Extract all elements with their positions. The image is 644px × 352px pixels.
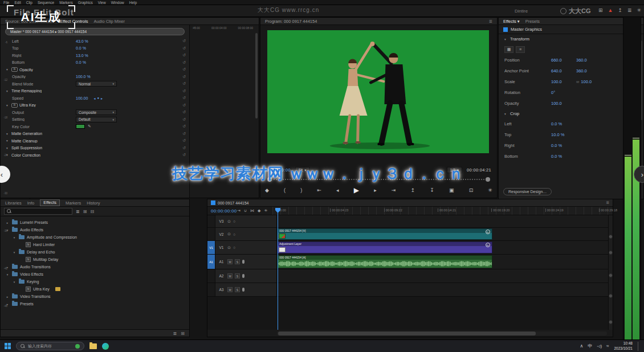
network-icon[interactable]: ≈ — [606, 343, 609, 349]
effect-property-row[interactable]: Bottom0.0 %↺ — [1, 59, 189, 67]
reset-icon[interactable]: ↺ — [182, 46, 186, 51]
mute-button[interactable]: M — [227, 259, 233, 264]
source-patch[interactable]: V1 — [207, 241, 215, 254]
panel-menu-icon[interactable]: ≣ — [489, 19, 492, 24]
comparison-view-icon[interactable]: ⊡ — [469, 187, 474, 193]
track-lane[interactable]: 000 0917 444154 [A] — [277, 255, 608, 269]
twirl-icon[interactable]: ▾ — [504, 38, 510, 41]
source-patch[interactable] — [207, 228, 215, 240]
monitor-settings-icon[interactable]: ✳ — [488, 187, 492, 193]
property-dropdown[interactable]: Composite▾ — [76, 109, 117, 115]
reset-icon[interactable]: ↺ — [182, 117, 186, 122]
solo-button[interactable]: S — [235, 273, 240, 279]
mute-button[interactable]: M — [227, 273, 233, 279]
extract-icon[interactable]: ↧ — [430, 187, 434, 193]
effect-property-row[interactable]: Right13.0 %↺ — [1, 52, 189, 59]
menu-file[interactable]: File — [3, 1, 9, 5]
track-lock-icon[interactable]: ○ — [233, 219, 235, 223]
new-item-icon[interactable]: ⊞ — [181, 331, 185, 336]
grid-view-icon[interactable]: ▦ — [504, 46, 513, 53]
tree-item[interactable]: ▸Audio Transitions — [1, 263, 189, 271]
tree-item[interactable]: fxHard Limiter — [1, 241, 189, 248]
menu-window[interactable]: Window — [111, 1, 124, 5]
menu-edit[interactable]: Edit — [14, 1, 21, 5]
reset-icon[interactable]: ↺ — [182, 53, 186, 58]
property-value[interactable]: 100.0 — [551, 79, 576, 84]
panel-tab[interactable]: History — [87, 200, 100, 206]
property-value[interactable]: 0.0 % — [76, 46, 86, 50]
taskbar-search-input[interactable]: 输入搜索内容 — [16, 342, 84, 350]
add-marker-icon[interactable]: ◆ — [258, 208, 260, 213]
property-row[interactable]: Rotation0°◇ — [499, 87, 643, 98]
menu-view[interactable]: View — [98, 1, 106, 5]
source-patch[interactable] — [207, 215, 215, 227]
reset-icon[interactable]: ↺ — [182, 103, 186, 108]
volume-icon[interactable]: ◅) — [597, 343, 602, 349]
timeline-settings-icon[interactable]: ✳ — [264, 208, 267, 213]
timeline-clip[interactable]: 000 0917 444154 [V]fx — [277, 228, 492, 240]
tree-item[interactable]: ▸Video Transitions — [1, 293, 189, 300]
toggle-track-output-icon[interactable]: ⊙ — [227, 219, 231, 224]
property-dropdown[interactable]: Normal▾ — [76, 81, 117, 87]
tree-item[interactable]: ▸Lumetri Presets — [1, 219, 189, 226]
toggle-track-output-icon[interactable]: ⊙ — [227, 232, 231, 236]
insert-icon[interactable]: ⇥ — [237, 208, 241, 213]
next-keyframe-icon[interactable]: ▸ — [101, 96, 103, 100]
step-forward-icon[interactable]: ▸ — [374, 187, 377, 193]
previous-keyframe-icon[interactable]: ◂ — [93, 96, 95, 100]
track-header-a1[interactable]: A1A1MS — [207, 255, 277, 269]
start-button[interactable] — [5, 343, 11, 349]
play-icon[interactable]: ▶ — [354, 186, 359, 194]
tree-item[interactable]: ▸Presets — [1, 300, 189, 308]
reset-icon[interactable]: ↺ — [182, 75, 186, 79]
effect-group-row[interactable]: ▾fxUltra Key↺ — [1, 102, 189, 109]
property-section-row[interactable]: ▾Crop — [499, 109, 643, 118]
go-to-out-icon[interactable]: ⇥ — [392, 187, 396, 193]
list-view-icon[interactable]: ≡ — [516, 46, 525, 53]
property-value[interactable]: 100.0 — [551, 101, 576, 106]
effect-property-row[interactable]: Opacity100.0 %↺ — [1, 73, 189, 81]
menu-help[interactable]: Help — [129, 1, 137, 5]
property-value[interactable]: 660.0 — [551, 58, 576, 63]
track-lane[interactable]: Adjustment Layerfx — [277, 241, 608, 254]
property-row[interactable]: Bottom0.0 %◇ — [499, 151, 643, 162]
tree-item[interactable]: fxUltra Key — [1, 285, 189, 293]
property-row[interactable]: Opacity100.0◇ — [499, 98, 643, 109]
property-dropdown[interactable]: Default▾ — [76, 117, 117, 122]
twirl-icon[interactable]: ▾ — [12, 280, 17, 284]
reset-icon[interactable]: ↺ — [182, 60, 186, 65]
effect-property-row[interactable]: Top0.0 %↺ — [1, 45, 189, 52]
reset-icon[interactable]: ↺ — [182, 132, 186, 136]
zoom-handle-right[interactable] — [486, 177, 490, 182]
responsive-design-button[interactable]: Responsive Design… — [503, 188, 552, 195]
property-value[interactable]: 0.0 % — [76, 60, 86, 64]
effect-property-row[interactable]: Key Color✎↺ — [1, 123, 189, 130]
link-icon[interactable]: ∞ — [576, 79, 579, 84]
menu-markers[interactable]: Markers — [59, 1, 72, 5]
track-height-knob[interactable] — [609, 235, 613, 239]
reset-icon[interactable]: ↺ — [182, 153, 186, 157]
step-back-icon[interactable]: ◂ — [336, 187, 339, 193]
track-height-knob[interactable] — [609, 273, 613, 277]
reset-icon[interactable]: ↺ — [182, 39, 186, 43]
property-value[interactable]: 0.0 % — [551, 143, 576, 148]
source-patch[interactable] — [207, 269, 215, 283]
track-header-a3[interactable]: A3MS — [207, 283, 277, 296]
twirl-icon[interactable]: ▾ — [504, 112, 510, 116]
export-icon[interactable]: ↥ — [618, 7, 622, 13]
reset-icon[interactable]: ↺ — [182, 124, 186, 129]
tree-item[interactable]: ▾Keying — [1, 278, 189, 285]
browser-icon[interactable] — [102, 343, 109, 350]
mark-out-icon[interactable]: ) — [300, 187, 302, 193]
lift-icon[interactable]: ↥ — [411, 187, 415, 193]
effect-property-row[interactable]: OutputComposite▾↺ — [1, 109, 189, 116]
new-bin-icon[interactable]: ⊟ — [90, 209, 94, 214]
track-lane[interactable]: 000 0917 444154 [V]fx — [277, 228, 608, 240]
reset-icon[interactable]: ↺ — [182, 96, 186, 100]
ime-icon[interactable]: 中 — [588, 343, 592, 349]
go-to-in-icon[interactable]: ⇤ — [317, 187, 321, 193]
tree-item[interactable]: ▾Delay and Echo — [1, 248, 189, 256]
tree-item[interactable]: ▾Audio Effects — [1, 226, 189, 234]
panel-tab[interactable]: Effects — [40, 199, 60, 206]
panel-tab[interactable]: Effects ▾ — [503, 19, 520, 24]
